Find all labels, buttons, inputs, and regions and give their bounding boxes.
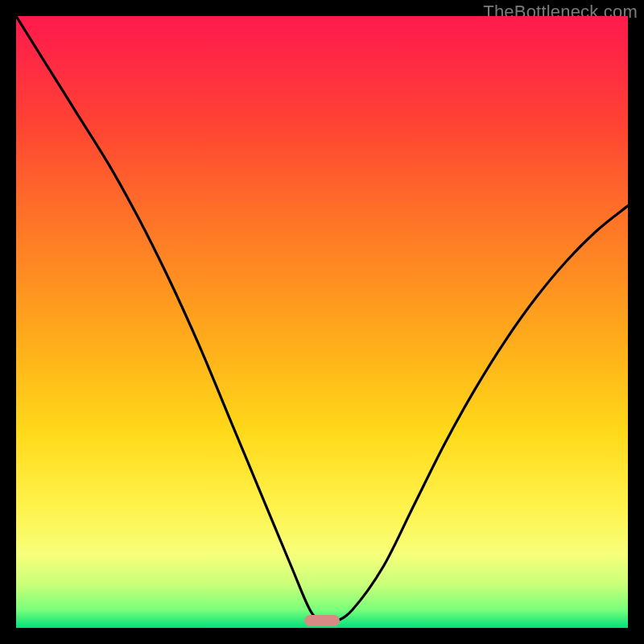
curve-path xyxy=(16,16,628,623)
plot-area xyxy=(16,16,628,628)
bottleneck-curve xyxy=(16,16,628,628)
optimal-marker xyxy=(304,615,340,626)
chart-frame: TheBottleneck.com xyxy=(0,0,644,644)
